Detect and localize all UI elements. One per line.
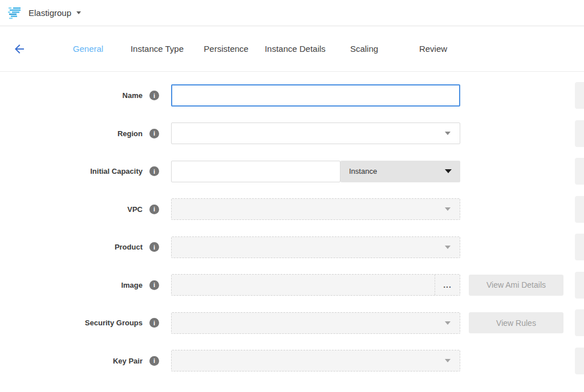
capacity-unit-select[interactable]: Instance: [340, 161, 460, 182]
cutoff-field-edge: [575, 348, 584, 374]
browse-ellipsis-button[interactable]: ...: [435, 275, 460, 295]
form-row-security-groups: Security Groups i View Rules: [0, 312, 584, 334]
info-icon[interactable]: i: [149, 166, 159, 176]
vpc-label: VPC: [0, 205, 143, 214]
image-value: [172, 275, 435, 295]
back-arrow-icon: [13, 42, 26, 56]
tab-review[interactable]: Review: [399, 44, 468, 54]
form-row-name: Name i: [0, 84, 584, 107]
elastigroup-logo-icon: [8, 7, 23, 19]
info-icon[interactable]: i: [149, 356, 159, 366]
tab-persistence[interactable]: Persistence: [192, 44, 261, 54]
cutoff-field-edge: [575, 120, 584, 147]
cutoff-field-edge: [575, 158, 584, 185]
chevron-down-icon: [445, 207, 451, 211]
form-row-key-pair: Key Pair i: [0, 350, 584, 372]
cutoff-field-edge: [575, 82, 584, 109]
form-row-region: Region i: [0, 122, 584, 145]
form-row-image: Image i ... View Ami Details: [0, 274, 584, 296]
tab-general[interactable]: General: [54, 44, 123, 54]
chevron-down-icon: [445, 246, 451, 249]
info-icon[interactable]: i: [149, 91, 159, 100]
wizard-tab-bar: General Instance Type Persistence Instan…: [0, 26, 584, 72]
initial-capacity-label: Initial Capacity: [0, 167, 143, 175]
security-groups-label: Security Groups: [0, 318, 143, 327]
form-row-vpc: VPC i: [0, 198, 584, 220]
form-row-initial-capacity: Initial Capacity i Instance: [0, 160, 584, 182]
image-input: ...: [171, 274, 460, 296]
tab-instance-type[interactable]: Instance Type: [123, 44, 192, 54]
region-select[interactable]: [171, 122, 460, 144]
info-icon[interactable]: i: [149, 318, 159, 328]
image-label: Image: [0, 281, 143, 289]
general-settings-form: Name i Region i Initial Capacity i Insta…: [0, 72, 584, 372]
chevron-down-icon[interactable]: [76, 11, 81, 14]
info-icon[interactable]: i: [149, 242, 159, 252]
key-pair-select: [171, 350, 460, 371]
cutoff-field-edge: [575, 272, 584, 299]
back-button[interactable]: [11, 41, 27, 57]
vpc-select: [171, 198, 460, 220]
cutoff-field-edge: [575, 234, 584, 260]
tab-instance-details[interactable]: Instance Details: [261, 44, 330, 54]
view-rules-button[interactable]: View Rules: [469, 312, 563, 333]
product-select: [171, 236, 460, 258]
chevron-down-icon: [445, 359, 451, 362]
cutoff-field-edge: [575, 196, 584, 223]
chevron-down-icon: [445, 169, 452, 173]
region-label: Region: [0, 129, 143, 138]
form-row-product: Product i: [0, 236, 584, 258]
name-label: Name: [0, 91, 143, 100]
cutoff-field-edge: [575, 309, 584, 336]
app-title[interactable]: Elastigroup: [29, 8, 71, 18]
view-ami-details-button[interactable]: View Ami Details: [469, 275, 563, 296]
name-input[interactable]: [171, 84, 460, 107]
top-app-bar: Elastigroup: [0, 0, 584, 26]
chevron-down-icon: [445, 321, 451, 325]
initial-capacity-input[interactable]: [171, 161, 340, 182]
security-groups-select: [171, 312, 460, 334]
tab-scaling[interactable]: Scaling: [330, 44, 399, 54]
capacity-unit-value: Instance: [349, 167, 445, 175]
wizard-tabs: General Instance Type Persistence Instan…: [54, 44, 468, 54]
product-label: Product: [0, 243, 143, 251]
chevron-down-icon: [445, 132, 451, 135]
info-icon[interactable]: i: [149, 129, 159, 138]
info-icon[interactable]: i: [149, 205, 159, 214]
key-pair-label: Key Pair: [0, 357, 143, 365]
info-icon[interactable]: i: [149, 280, 159, 290]
